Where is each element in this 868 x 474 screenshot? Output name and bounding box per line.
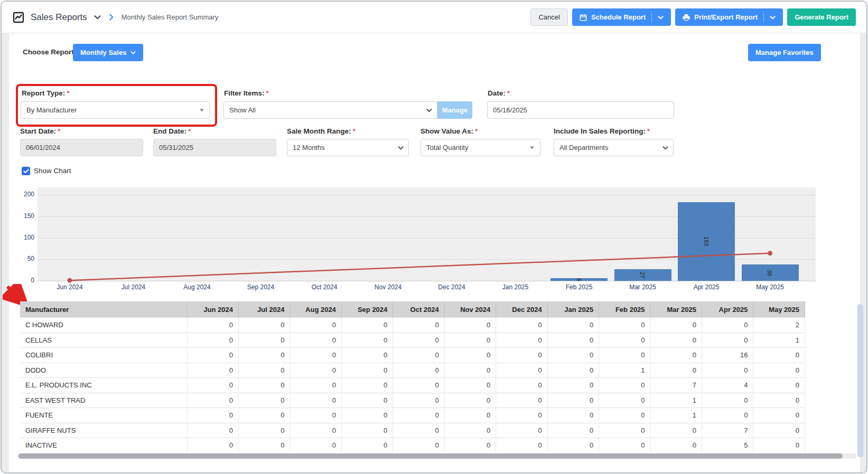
include-in-sales-reporting-select[interactable]: All Departments [554, 139, 674, 156]
report-selector-button[interactable]: Monthly Sales [73, 44, 143, 61]
page-title: Sales Reports [31, 12, 87, 23]
column-header[interactable]: Manufacturer [20, 301, 187, 318]
value-cell: 0 [547, 363, 599, 378]
value-cell: 0 [393, 333, 444, 348]
table-row: CELLAS000000000001 [20, 333, 805, 348]
value-cell: 0 [444, 423, 496, 438]
manufacturer-cell: C HOWARD [20, 318, 187, 333]
include-in-sales-reporting-label: Include In Sales Reporting:* [554, 127, 650, 135]
value-cell: 0 [393, 378, 444, 393]
sales-chart: 050100150200Jun 2024Jul 2024Aug 2024Sep … [38, 187, 816, 281]
value-cell: 16 [702, 348, 753, 363]
column-header[interactable]: Dec 2024 [496, 301, 547, 318]
value-cell: 0 [238, 438, 290, 453]
start-date-value: 06/01/2024 [26, 144, 60, 151]
chart-x-tick-label: Oct 2024 [295, 283, 354, 291]
report-selector-caret-icon [130, 51, 136, 54]
value-cell: 0 [496, 318, 547, 333]
show-chart-checkbox[interactable] [22, 167, 30, 175]
printer-icon [683, 14, 690, 21]
column-header[interactable]: Apr 2025 [702, 301, 753, 318]
value-cell: 0 [341, 408, 393, 423]
report-type-label: Report Type:* [22, 89, 70, 97]
calendar-icon [580, 14, 587, 21]
sale-month-range-select[interactable]: 12 Months [287, 139, 409, 156]
value-cell: 0 [650, 363, 702, 378]
caret-down-icon [200, 109, 204, 111]
vertical-scrollbar[interactable] [857, 304, 863, 457]
column-header[interactable]: Jun 2024 [187, 301, 238, 318]
value-cell: 0 [290, 378, 341, 393]
value-cell: 0 [650, 438, 702, 453]
value-cell: 0 [599, 408, 650, 423]
value-cell: 0 [187, 333, 238, 348]
horizontal-scrollbar[interactable] [17, 453, 856, 459]
print-export-button[interactable]: Print/Export Report [675, 8, 783, 26]
show-value-as-select[interactable]: Total Quantity [421, 139, 540, 156]
chart-x-tick-label: May 2025 [741, 283, 800, 291]
value-cell: 0 [547, 408, 599, 423]
start-date-input[interactable]: 06/01/2024 [20, 139, 143, 156]
column-header[interactable]: Jul 2024 [238, 301, 290, 318]
left-gutter [2, 33, 9, 472]
manufacturer-cell: FUENTE [20, 408, 187, 423]
cancel-button[interactable]: Cancel [530, 8, 567, 26]
schedule-caret-icon[interactable] [658, 15, 664, 20]
column-header[interactable]: Nov 2024 [444, 301, 496, 318]
column-header[interactable]: Jan 2025 [547, 301, 599, 318]
value-cell: 0 [753, 363, 805, 378]
value-cell: 0 [238, 363, 290, 378]
value-cell: 0 [650, 348, 702, 363]
choose-report-label: Choose Report [23, 48, 74, 56]
value-cell: 0 [444, 378, 496, 393]
column-header[interactable]: Oct 2024 [393, 301, 444, 318]
value-cell: 0 [444, 363, 496, 378]
column-header[interactable]: Mar 2025 [650, 301, 702, 318]
chart-x-tick-label: Nov 2024 [359, 283, 418, 291]
value-cell: 0 [702, 318, 753, 333]
column-header[interactable]: Aug 2024 [290, 301, 341, 318]
schedule-report-button[interactable]: Schedule Report [572, 8, 671, 26]
value-cell: 0 [290, 438, 341, 453]
manufacturer-cell: GIRAFFE NUTS [20, 423, 187, 438]
value-cell: 0 [547, 378, 599, 393]
end-date-input[interactable]: 05/31/2025 [153, 139, 276, 156]
required-marker: * [647, 127, 650, 135]
value-cell: 0 [599, 423, 650, 438]
manage-button[interactable]: Manage [437, 101, 472, 119]
column-header[interactable]: Sep 2024 [341, 301, 393, 318]
chevron-down-icon [426, 108, 432, 112]
value-cell: 1 [650, 408, 702, 423]
date-input[interactable]: 05/16/2025 [487, 101, 674, 119]
value-cell: 0 [444, 438, 496, 453]
title-caret-icon[interactable] [94, 15, 101, 20]
value-cell: 0 [496, 378, 547, 393]
column-header[interactable]: May 2025 [753, 301, 805, 318]
value-cell: 0 [702, 333, 753, 348]
value-cell: 0 [290, 333, 341, 348]
column-header[interactable]: Feb 2025 [599, 301, 650, 318]
table-row: EAST WEST TRAD000000000100 [20, 393, 805, 408]
app-window: Sales Reports Monthly Sales Report Summa… [0, 0, 868, 474]
value-cell: 0 [599, 393, 650, 408]
value-cell: 0 [496, 423, 547, 438]
manage-favorites-button[interactable]: Manage Favorites [748, 44, 821, 61]
value-cell: 0 [444, 318, 496, 333]
horizontal-scrollbar-thumb[interactable] [18, 453, 843, 459]
print-caret-icon[interactable] [770, 15, 776, 20]
table-row: INACTIVE000000000050 [20, 438, 805, 453]
report-type-select[interactable]: By Manufacturer [21, 101, 210, 119]
end-date-value: 05/31/2025 [159, 144, 193, 151]
table-row: COLIBRI0000000000160 [20, 348, 805, 363]
value-cell: 0 [547, 333, 599, 348]
value-cell: 0 [290, 423, 341, 438]
filter-items-select[interactable]: Show All [223, 101, 437, 119]
value-cell: 0 [496, 333, 547, 348]
chart-x-tick-label: Jun 2024 [40, 283, 99, 291]
value-cell: 0 [393, 318, 444, 333]
value-cell: 0 [650, 333, 702, 348]
value-cell: 0 [187, 408, 238, 423]
value-cell: 0 [753, 378, 805, 393]
date-value: 05/16/2025 [493, 106, 527, 114]
generate-report-button[interactable]: Generate Report [787, 8, 856, 26]
